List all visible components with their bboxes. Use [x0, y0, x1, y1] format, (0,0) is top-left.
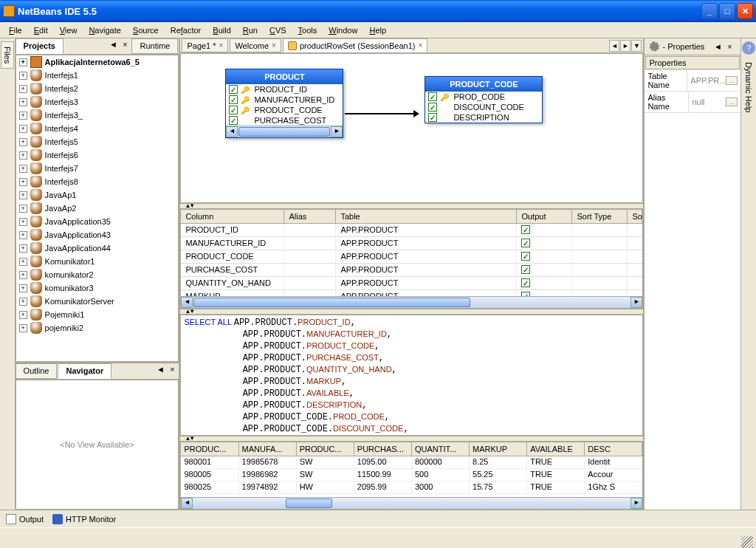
checkbox[interactable]: ✓: [521, 225, 530, 234]
expand-icon[interactable]: +: [19, 191, 27, 199]
expand-icon[interactable]: +: [19, 98, 27, 106]
menu-build[interactable]: Build: [207, 24, 236, 36]
query-designer[interactable]: PRODUCT ✓🔑PRODUCT_ID✓🔑MANUFACTURER_ID✓🔑P…: [180, 53, 643, 202]
expand-icon[interactable]: +: [19, 258, 27, 266]
checkbox[interactable]: ✓: [428, 103, 437, 112]
result-row[interactable]: 98000119985678SW1095.008000008.25TRUEIde…: [181, 456, 642, 469]
result-header[interactable]: MARKUP: [470, 442, 527, 456]
tree-item[interactable]: +KomunikatorServer: [16, 295, 179, 308]
tree-item[interactable]: +komunikator2: [16, 268, 179, 281]
results-grid[interactable]: PRODUC...MANUFA...PRODUC...PURCHAS...QUA…: [180, 442, 643, 510]
tab-close-icon[interactable]: ×: [272, 41, 276, 49]
menu-help[interactable]: Help: [363, 24, 392, 36]
splitter[interactable]: ▲▼: [180, 436, 643, 442]
result-header[interactable]: MANUFA...: [239, 442, 297, 456]
expand-icon[interactable]: +: [19, 85, 27, 93]
grid-header-sort[interactable]: Sort Type: [572, 210, 628, 223]
minimize-button[interactable]: _: [701, 3, 718, 19]
editor-tab[interactable]: Page1 *×: [182, 38, 228, 52]
sql-editor[interactable]: SELECT ALL APP.PRODUCT.PRODUCT_ID, APP.P…: [180, 315, 643, 436]
expand-icon[interactable]: +: [19, 298, 27, 306]
entity-field[interactable]: ✓DISCOUNT_CODE: [425, 102, 542, 112]
editor-tab[interactable]: Welcome×: [230, 38, 281, 52]
result-header[interactable]: PRODUC...: [297, 442, 354, 456]
http-monitor-button[interactable]: HTTP Monitor: [52, 514, 116, 524]
ellipsis-button[interactable]: ...: [726, 76, 738, 85]
checkbox[interactable]: ✓: [521, 252, 530, 261]
tree-item[interactable]: +Komunikator1: [16, 255, 179, 268]
entity-field[interactable]: ✓🔑PRODUCT_CODE: [226, 105, 343, 115]
files-tab[interactable]: Files: [1, 41, 14, 69]
tab-nav-right-icon[interactable]: ►: [620, 40, 630, 52]
entity-field[interactable]: ✓PURCHASE_COST: [226, 115, 343, 126]
dynamic-help-tab[interactable]: Dynamic Help: [743, 58, 755, 117]
projects-tab[interactable]: Projects: [16, 38, 63, 54]
property-row[interactable]: Table NameAPP.PR......: [645, 70, 740, 92]
properties-section[interactable]: Properties: [645, 56, 740, 69]
tree-item[interactable]: +Interfejs5: [16, 135, 179, 148]
checkbox[interactable]: ✓: [428, 92, 437, 101]
result-header[interactable]: AVAILABLE: [527, 442, 585, 456]
close-button[interactable]: ✕: [737, 3, 753, 19]
output-button[interactable]: Output: [6, 514, 44, 524]
tree-item[interactable]: +Interfejs2: [16, 82, 179, 95]
entity-product[interactable]: PRODUCT ✓🔑PRODUCT_ID✓🔑MANUFACTURER_ID✓🔑P…: [225, 69, 343, 138]
expand-icon[interactable]: +: [19, 178, 27, 186]
menu-cvs[interactable]: CVS: [264, 24, 292, 36]
expand-icon[interactable]: +: [19, 151, 27, 160]
tab-close-icon[interactable]: ×: [418, 41, 422, 49]
entity-field[interactable]: ✓🔑PRODUCT_ID: [226, 84, 343, 95]
result-header[interactable]: DESC: [585, 442, 642, 456]
grid-row[interactable]: PRODUCT_IDAPP.PRODUCT✓: [181, 224, 642, 237]
expand-icon[interactable]: +: [19, 205, 27, 213]
grid-header-table[interactable]: Table: [336, 210, 517, 223]
result-header[interactable]: PRODUC...: [181, 442, 238, 456]
grid-header-output[interactable]: Output: [517, 210, 572, 223]
panel-close-icon[interactable]: ×: [120, 40, 130, 52]
tree-item[interactable]: +Interfejs6: [16, 148, 179, 162]
expand-icon[interactable]: +: [19, 284, 27, 292]
tree-item[interactable]: +JavaAp1: [16, 188, 179, 202]
ellipsis-button[interactable]: ...: [726, 97, 738, 106]
entity-product-code[interactable]: PRODUCT_CODE ✓🔑PROD_CODE✓DISCOUNT_CODE✓D…: [425, 76, 543, 123]
tree-item[interactable]: +komunikator3: [16, 281, 179, 295]
maximize-button[interactable]: □: [719, 3, 735, 19]
columns-grid[interactable]: Column Alias Table Output Sort Type So P…: [180, 209, 643, 309]
panel-close-icon[interactable]: ×: [724, 42, 735, 51]
result-header[interactable]: PURCHAS...: [354, 442, 412, 456]
panel-scroll-left-icon[interactable]: ◄: [108, 40, 118, 52]
expand-icon[interactable]: +: [19, 138, 27, 146]
tab-close-icon[interactable]: ×: [219, 41, 224, 49]
entity-hscrollbar[interactable]: ◄►: [226, 126, 343, 137]
outline-tab[interactable]: Outline: [16, 363, 58, 379]
grid-row[interactable]: MARKUPAPP.PRODUCT✓: [181, 290, 642, 296]
grid-header-so[interactable]: So: [628, 210, 642, 223]
tree-item[interactable]: +Interfejs4: [16, 122, 179, 135]
grid-header-alias[interactable]: Alias: [284, 210, 336, 223]
splitter[interactable]: ▲▼: [180, 309, 643, 315]
expand-icon[interactable]: +: [19, 271, 27, 279]
runtime-tab[interactable]: Runtime: [131, 38, 178, 54]
grid-row[interactable]: PURCHASE_COSTAPP.PRODUCT✓: [181, 264, 642, 277]
menu-window[interactable]: Window: [323, 24, 363, 36]
tree-item[interactable]: +JavaApplication43: [16, 228, 179, 242]
tree-item[interactable]: +JavaApplication44: [16, 242, 179, 255]
results-hscrollbar[interactable]: ◄►: [181, 497, 642, 509]
grid-row[interactable]: QUANTITY_ON_HANDAPP.PRODUCT✓: [181, 277, 642, 290]
tree-item[interactable]: +Interfejs3_: [16, 109, 179, 122]
checkbox[interactable]: ✓: [229, 95, 238, 104]
expand-icon[interactable]: +: [19, 244, 27, 253]
expand-icon[interactable]: +: [19, 218, 27, 226]
menu-run[interactable]: Run: [237, 24, 264, 36]
checkbox[interactable]: ✓: [229, 116, 238, 125]
checkbox[interactable]: ✓: [229, 85, 238, 94]
entity-field[interactable]: ✓🔑PROD_CODE: [425, 92, 542, 102]
panel-scroll-left-icon[interactable]: ◄: [155, 365, 165, 377]
grid-hscrollbar[interactable]: ◄►: [181, 296, 642, 308]
expand-icon[interactable]: +: [19, 324, 27, 332]
result-header[interactable]: QUANTIT...: [412, 442, 470, 456]
checkbox[interactable]: ✓: [521, 278, 530, 287]
project-tree[interactable]: +AplikacjaInternetowa6_5+Interfejs1+Inte…: [16, 55, 179, 362]
checkbox[interactable]: ✓: [521, 239, 530, 247]
menu-view[interactable]: View: [54, 24, 83, 36]
